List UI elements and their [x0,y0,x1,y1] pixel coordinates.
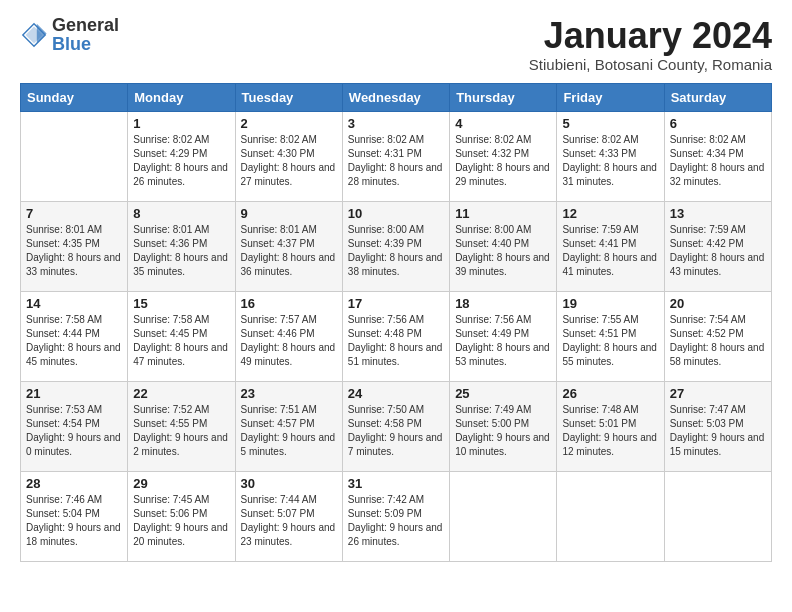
day-cell: 3Sunrise: 8:02 AMSunset: 4:31 PMDaylight… [342,111,449,201]
day-info: Sunrise: 7:48 AMSunset: 5:01 PMDaylight:… [562,403,658,459]
logo-text: General Blue [52,16,119,54]
day-cell: 6Sunrise: 8:02 AMSunset: 4:34 PMDaylight… [664,111,771,201]
day-info: Sunrise: 7:50 AMSunset: 4:58 PMDaylight:… [348,403,444,459]
col-sunday: Sunday [21,83,128,111]
calendar-title: January 2024 [529,16,772,56]
day-cell: 4Sunrise: 8:02 AMSunset: 4:32 PMDaylight… [450,111,557,201]
day-info: Sunrise: 8:01 AMSunset: 4:37 PMDaylight:… [241,223,337,279]
day-number: 30 [241,476,337,491]
day-cell: 27Sunrise: 7:47 AMSunset: 5:03 PMDayligh… [664,381,771,471]
day-cell: 5Sunrise: 8:02 AMSunset: 4:33 PMDaylight… [557,111,664,201]
week-row-1: 1Sunrise: 8:02 AMSunset: 4:29 PMDaylight… [21,111,772,201]
day-cell: 2Sunrise: 8:02 AMSunset: 4:30 PMDaylight… [235,111,342,201]
day-number: 5 [562,116,658,131]
day-number: 11 [455,206,551,221]
day-cell: 18Sunrise: 7:56 AMSunset: 4:49 PMDayligh… [450,291,557,381]
day-info: Sunrise: 7:46 AMSunset: 5:04 PMDaylight:… [26,493,122,549]
day-cell: 25Sunrise: 7:49 AMSunset: 5:00 PMDayligh… [450,381,557,471]
day-number: 27 [670,386,766,401]
day-info: Sunrise: 7:59 AMSunset: 4:42 PMDaylight:… [670,223,766,279]
day-number: 3 [348,116,444,131]
day-cell: 11Sunrise: 8:00 AMSunset: 4:40 PMDayligh… [450,201,557,291]
day-info: Sunrise: 8:01 AMSunset: 4:36 PMDaylight:… [133,223,229,279]
day-cell: 31Sunrise: 7:42 AMSunset: 5:09 PMDayligh… [342,471,449,561]
day-number: 14 [26,296,122,311]
calendar-subtitle: Stiubieni, Botosani County, Romania [529,56,772,73]
day-number: 16 [241,296,337,311]
logo-blue: Blue [52,34,91,54]
day-cell: 22Sunrise: 7:52 AMSunset: 4:55 PMDayligh… [128,381,235,471]
day-number: 29 [133,476,229,491]
page-header: General Blue January 2024 Stiubieni, Bot… [20,16,772,73]
day-info: Sunrise: 7:58 AMSunset: 4:44 PMDaylight:… [26,313,122,369]
header-row: Sunday Monday Tuesday Wednesday Thursday… [21,83,772,111]
day-number: 23 [241,386,337,401]
logo-icon [20,21,48,49]
day-info: Sunrise: 8:00 AMSunset: 4:39 PMDaylight:… [348,223,444,279]
day-number: 2 [241,116,337,131]
day-info: Sunrise: 8:02 AMSunset: 4:30 PMDaylight:… [241,133,337,189]
day-info: Sunrise: 8:01 AMSunset: 4:35 PMDaylight:… [26,223,122,279]
day-info: Sunrise: 7:54 AMSunset: 4:52 PMDaylight:… [670,313,766,369]
day-number: 18 [455,296,551,311]
day-cell: 23Sunrise: 7:51 AMSunset: 4:57 PMDayligh… [235,381,342,471]
day-cell: 24Sunrise: 7:50 AMSunset: 4:58 PMDayligh… [342,381,449,471]
day-number: 13 [670,206,766,221]
day-cell: 30Sunrise: 7:44 AMSunset: 5:07 PMDayligh… [235,471,342,561]
day-number: 20 [670,296,766,311]
title-block: January 2024 Stiubieni, Botosani County,… [529,16,772,73]
day-cell: 14Sunrise: 7:58 AMSunset: 4:44 PMDayligh… [21,291,128,381]
week-row-4: 21Sunrise: 7:53 AMSunset: 4:54 PMDayligh… [21,381,772,471]
week-row-5: 28Sunrise: 7:46 AMSunset: 5:04 PMDayligh… [21,471,772,561]
day-info: Sunrise: 7:55 AMSunset: 4:51 PMDaylight:… [562,313,658,369]
day-cell: 21Sunrise: 7:53 AMSunset: 4:54 PMDayligh… [21,381,128,471]
col-saturday: Saturday [664,83,771,111]
day-info: Sunrise: 8:02 AMSunset: 4:34 PMDaylight:… [670,133,766,189]
day-info: Sunrise: 7:51 AMSunset: 4:57 PMDaylight:… [241,403,337,459]
day-cell: 10Sunrise: 8:00 AMSunset: 4:39 PMDayligh… [342,201,449,291]
day-number: 19 [562,296,658,311]
day-cell: 29Sunrise: 7:45 AMSunset: 5:06 PMDayligh… [128,471,235,561]
day-cell: 19Sunrise: 7:55 AMSunset: 4:51 PMDayligh… [557,291,664,381]
col-thursday: Thursday [450,83,557,111]
day-info: Sunrise: 8:02 AMSunset: 4:33 PMDaylight:… [562,133,658,189]
day-cell: 26Sunrise: 7:48 AMSunset: 5:01 PMDayligh… [557,381,664,471]
day-number: 17 [348,296,444,311]
day-number: 4 [455,116,551,131]
day-info: Sunrise: 7:56 AMSunset: 4:48 PMDaylight:… [348,313,444,369]
day-number: 7 [26,206,122,221]
day-cell: 17Sunrise: 7:56 AMSunset: 4:48 PMDayligh… [342,291,449,381]
day-cell: 13Sunrise: 7:59 AMSunset: 4:42 PMDayligh… [664,201,771,291]
day-info: Sunrise: 7:44 AMSunset: 5:07 PMDaylight:… [241,493,337,549]
week-row-2: 7Sunrise: 8:01 AMSunset: 4:35 PMDaylight… [21,201,772,291]
col-friday: Friday [557,83,664,111]
day-number: 6 [670,116,766,131]
day-cell: 16Sunrise: 7:57 AMSunset: 4:46 PMDayligh… [235,291,342,381]
day-info: Sunrise: 7:47 AMSunset: 5:03 PMDaylight:… [670,403,766,459]
day-info: Sunrise: 8:02 AMSunset: 4:29 PMDaylight:… [133,133,229,189]
day-cell: 12Sunrise: 7:59 AMSunset: 4:41 PMDayligh… [557,201,664,291]
day-number: 12 [562,206,658,221]
day-info: Sunrise: 8:00 AMSunset: 4:40 PMDaylight:… [455,223,551,279]
day-number: 8 [133,206,229,221]
day-cell [450,471,557,561]
day-info: Sunrise: 7:58 AMSunset: 4:45 PMDaylight:… [133,313,229,369]
week-row-3: 14Sunrise: 7:58 AMSunset: 4:44 PMDayligh… [21,291,772,381]
day-cell: 15Sunrise: 7:58 AMSunset: 4:45 PMDayligh… [128,291,235,381]
day-info: Sunrise: 7:52 AMSunset: 4:55 PMDaylight:… [133,403,229,459]
day-number: 22 [133,386,229,401]
day-number: 26 [562,386,658,401]
col-monday: Monday [128,83,235,111]
day-info: Sunrise: 7:57 AMSunset: 4:46 PMDaylight:… [241,313,337,369]
day-cell [664,471,771,561]
day-number: 15 [133,296,229,311]
logo: General Blue [20,16,119,54]
day-number: 9 [241,206,337,221]
day-cell: 7Sunrise: 8:01 AMSunset: 4:35 PMDaylight… [21,201,128,291]
day-info: Sunrise: 7:59 AMSunset: 4:41 PMDaylight:… [562,223,658,279]
day-number: 1 [133,116,229,131]
calendar-table: Sunday Monday Tuesday Wednesday Thursday… [20,83,772,562]
day-number: 28 [26,476,122,491]
day-number: 25 [455,386,551,401]
day-cell: 1Sunrise: 8:02 AMSunset: 4:29 PMDaylight… [128,111,235,201]
